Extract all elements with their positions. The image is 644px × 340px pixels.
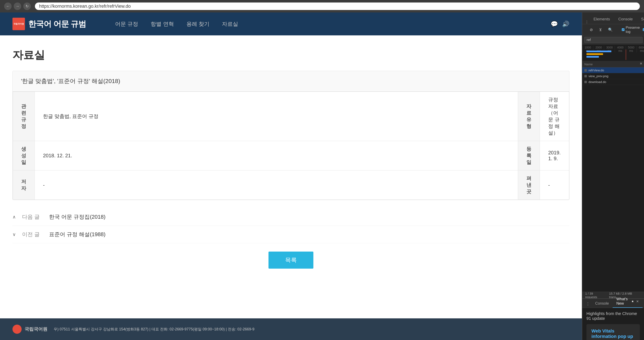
nav-item-3[interactable]: 자료실 bbox=[222, 20, 238, 28]
close-network-panel-icon[interactable]: ✕ bbox=[640, 62, 642, 66]
entry-checkbox-2 bbox=[584, 81, 587, 83]
devtools-menu-icon[interactable]: ⋮ bbox=[584, 20, 589, 24]
address-bar[interactable] bbox=[35, 3, 640, 10]
devtools-tabs: ⋮ Elements Console Sources Network Memor… bbox=[582, 13, 644, 24]
network-entry-2[interactable]: download.do bbox=[582, 79, 644, 85]
label-1: 생성일 bbox=[13, 141, 35, 171]
site-logo: 국립국어원 한국어 어문 규범 bbox=[12, 18, 86, 30]
nav-buttons: ← → ↻ bbox=[4, 3, 31, 10]
table-row: 생성일 2018. 12. 21. 등록일 2019. 1. 9. bbox=[13, 141, 569, 171]
devtools-detail: Name ✕ refrView.do view_prev.png do bbox=[582, 61, 644, 292]
value-1b: 2019. 1. 9. bbox=[540, 141, 569, 171]
devtools-panel: ⋮ Elements Console Sources Network Memor… bbox=[582, 13, 644, 340]
search-network-button[interactable]: 🔍 bbox=[606, 27, 614, 33]
table-row: 저자 - 펴낸 곳 - bbox=[13, 171, 569, 200]
preserve-log-label: Preserve log bbox=[626, 26, 640, 34]
article-box: '한글 맞춤법', '표준어 규정' 해설(2018) 관련 규정 한글 맞춤법… bbox=[12, 71, 570, 200]
web-vitals-title: Web Vitals information pop up bbox=[592, 328, 635, 339]
preserve-log-checkbox[interactable]: Preserve log bbox=[622, 26, 640, 34]
label-0: 관련 규정 bbox=[13, 92, 35, 141]
down-arrow-icon: ∨ bbox=[12, 232, 16, 237]
reload-button[interactable]: ↻ bbox=[23, 3, 31, 10]
whats-new-star: ★ bbox=[631, 300, 634, 303]
entry-name-0: refrView.do bbox=[588, 68, 604, 72]
logo-text: 국립국어원 bbox=[14, 23, 24, 25]
footer-logo: 국립국어원 bbox=[12, 324, 48, 334]
drawer-tab-console[interactable]: Console bbox=[592, 300, 612, 308]
svg-rect-1 bbox=[586, 53, 603, 55]
drawer-tabs: ⋮ Console What's New ★ ✕ Search bbox=[582, 299, 644, 308]
name-column-header: Name bbox=[582, 61, 644, 67]
sound-icon-button[interactable]: 🔊 bbox=[562, 21, 570, 28]
footer-logo-icon bbox=[12, 324, 22, 334]
logo-icon: 국립국어원 bbox=[12, 18, 25, 30]
network-list-area: Name ✕ refrView.do view_prev.png do bbox=[582, 61, 644, 292]
devtools-drawer: ⋮ Console What's New ★ ✕ Search Highligh… bbox=[582, 298, 644, 340]
label-0b: 자료 유형 bbox=[518, 92, 540, 141]
up-arrow-icon: ∧ bbox=[12, 214, 16, 220]
tab-console[interactable]: Console bbox=[614, 15, 637, 24]
nav-item-2[interactable]: 용례 찾기 bbox=[186, 20, 210, 28]
article-title: '한글 맞춤법', '표준어 규정' 해설(2018) bbox=[13, 71, 569, 92]
tab-elements[interactable]: Elements bbox=[589, 15, 614, 24]
entry-name-2: download.do bbox=[588, 80, 606, 84]
nav-item-0[interactable]: 어문 규정 bbox=[115, 20, 138, 28]
value-2b: - bbox=[540, 171, 569, 200]
page-title: 자료실 bbox=[12, 48, 570, 62]
site-content: 자료실 '한글 맞춤법', '표준어 규정' 해설(2018) 관련 규정 한글… bbox=[0, 35, 582, 318]
prev-text: 표준어 규정 해설(1988) bbox=[49, 231, 106, 238]
drawer-tab-whats-new[interactable]: What's New ★ ✕ bbox=[612, 295, 642, 308]
drawer-content: Highlights from the Chrome 91 update Web… bbox=[582, 308, 644, 340]
nav-item-1[interactable]: 항별 연혁 bbox=[151, 20, 174, 28]
site-title: 한국어 어문 규범 bbox=[28, 19, 86, 29]
whats-new-label: What's New bbox=[616, 297, 629, 306]
svg-rect-0 bbox=[586, 51, 611, 52]
network-entry-0[interactable]: refrView.do bbox=[582, 67, 644, 73]
value-1: 2018. 12. 21. bbox=[35, 141, 518, 171]
preserve-log-input[interactable] bbox=[622, 28, 624, 31]
filter-icon: ⊻ bbox=[599, 28, 602, 32]
label-2: 저자 bbox=[13, 171, 35, 200]
requests-count: 1 / 39 requests bbox=[585, 292, 605, 299]
site-header: 국립국어원 한국어 어문 규범 어문 규정 항별 연혁 용례 찾기 자료실 💬 … bbox=[0, 13, 582, 35]
timeline-graph bbox=[584, 50, 642, 60]
filter-button[interactable]: ⊻ bbox=[598, 27, 604, 33]
nav-links: ∧ 다음 글 한국 어문 규정집(2018) ∨ 이전 글 표준어 규정 해설(… bbox=[12, 208, 570, 243]
search-icon: 🔍 bbox=[608, 28, 612, 32]
entry-checkbox-1 bbox=[584, 75, 587, 77]
timeline-area: 1000 ms 2000 ms 3000 ms 4000 ms 5000 ms … bbox=[582, 45, 644, 61]
list-button[interactable]: 목록 bbox=[268, 252, 314, 269]
disable-cache-checkbox[interactable]: Disable cache bbox=[643, 26, 644, 34]
entry-checkbox-0 bbox=[584, 69, 587, 72]
clear-button[interactable]: ⊘ bbox=[588, 27, 594, 33]
footer-org-name: 국립국어원 bbox=[24, 326, 48, 332]
site-nav: 어문 규정 항별 연혁 용례 찾기 자료실 bbox=[115, 20, 238, 28]
timeline-ruler: 1000 ms 2000 ms 3000 ms 4000 ms 5000 ms … bbox=[582, 45, 644, 50]
next-link[interactable]: ∧ 다음 글 한국 어문 규정집(2018) bbox=[12, 208, 570, 226]
drawer-highlight: Highlights from the Chrome 91 update bbox=[586, 311, 640, 321]
prev-link[interactable]: ∨ 이전 글 표준어 규정 해설(1988) bbox=[12, 226, 570, 243]
forward-button[interactable]: → bbox=[14, 3, 21, 10]
value-0b: 규정 자료（어문 규정 해설） bbox=[540, 92, 569, 141]
next-text: 한국 어문 규정집(2018) bbox=[49, 213, 106, 221]
network-entry-1[interactable]: view_prev.png bbox=[582, 73, 644, 79]
whats-new-close-icon[interactable]: ✕ bbox=[636, 299, 639, 303]
devtools-toolbar: ⊘ ⊻ 🔍 Preserve log Disable cache No thro… bbox=[582, 24, 644, 35]
label-2b: 펴낸 곳 bbox=[518, 171, 540, 200]
disable-cache-input[interactable] bbox=[643, 28, 644, 31]
network-filter-input[interactable] bbox=[584, 37, 642, 43]
drawer-tab-search[interactable]: Search bbox=[642, 300, 644, 308]
browser-toolbar: ← → ↻ bbox=[0, 0, 644, 13]
svg-rect-2 bbox=[586, 56, 599, 58]
tab-sources[interactable]: Sources bbox=[637, 15, 644, 24]
footer-address: 우) 07511 서울특별시 강서구 강남화로 154(방화3동 827) | … bbox=[54, 327, 254, 332]
chat-icon-button[interactable]: 💬 bbox=[551, 21, 558, 28]
web-vitals-card: Web Vitals information pop up Hover on a… bbox=[586, 324, 640, 340]
drawer-menu-icon[interactable]: ⋮ bbox=[584, 300, 592, 308]
main-area: 국립국어원 한국어 어문 규범 어문 규정 항별 연혁 용례 찾기 자료실 💬 … bbox=[0, 13, 644, 340]
info-table: 관련 규정 한글 맞춤법, 표준어 규정 자료 유형 규정 자료（어문 규정 해… bbox=[13, 92, 569, 200]
search-filter-bar: Hide data URLs All XHR JS CSS Img Media … bbox=[582, 35, 644, 45]
website: 국립국어원 한국어 어문 규범 어문 규정 항별 연혁 용례 찾기 자료실 💬 … bbox=[0, 13, 582, 340]
value-2: - bbox=[35, 171, 518, 200]
back-button[interactable]: ← bbox=[4, 3, 12, 10]
